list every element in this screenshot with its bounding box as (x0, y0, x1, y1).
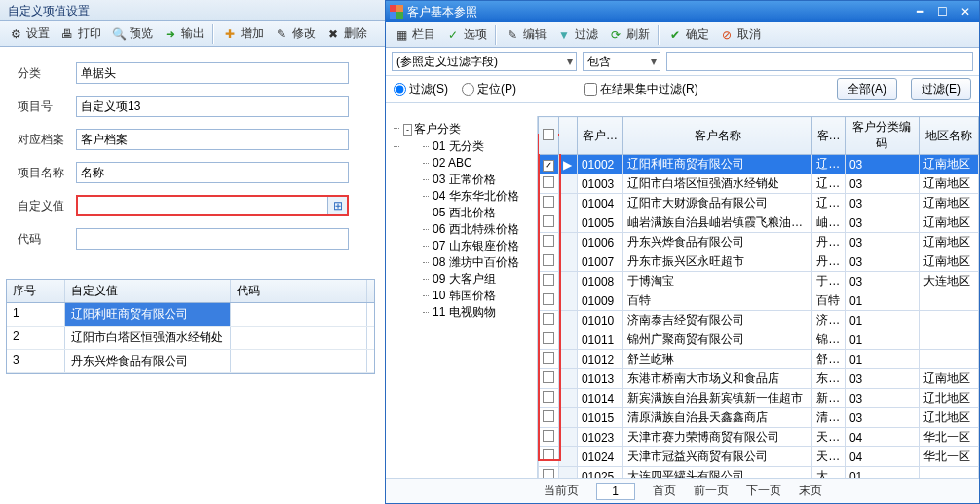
grid-cell-code: 01012 (577, 350, 622, 369)
grid-row[interactable]: 01011锦州广聚商贸有限公司锦…01 (539, 330, 979, 350)
grid-h-name[interactable]: 客户名称 (622, 117, 811, 155)
export-button[interactable]: ➜输出 (159, 23, 208, 44)
tree-item[interactable]: 01 无分类 (403, 138, 535, 155)
grid-row[interactable]: ▶01002辽阳利旺商贸有限公司辽…03辽南地区 (539, 155, 979, 174)
grid-cell-chk[interactable] (539, 194, 559, 213)
print-label: 打印 (78, 25, 101, 42)
mini-table-row[interactable]: 3丹东兴烨食品有限公司 (7, 350, 374, 373)
grid-cell-chk[interactable] (539, 408, 559, 428)
grid-cell-chk[interactable] (539, 311, 559, 330)
radio-locate[interactable]: 定位(P) (462, 81, 516, 97)
grid-cell-chk[interactable] (539, 272, 559, 291)
grid-row[interactable]: 01014新宾满族自治县新宾镇新一佳超市新…03辽北地区 (539, 389, 979, 408)
tree-item[interactable]: 03 正常价格 (403, 172, 535, 188)
all-button[interactable]: 全部(A) (837, 78, 897, 100)
grid-row[interactable]: 01007丹东市振兴区永旺超市丹…03辽南地区 (539, 252, 979, 272)
grid-row[interactable]: 01012舒兰屹琳舒…01 (539, 350, 979, 369)
tree-item[interactable]: 04 华东华北价格 (403, 188, 535, 205)
grid-row[interactable]: 01006丹东兴烨食品有限公司丹…03辽南地区 (539, 233, 979, 252)
grid-cell-chk[interactable] (539, 369, 559, 389)
column-button[interactable]: ▦栏目 (390, 24, 439, 45)
filter-field-combo[interactable]: (参照定义过滤字段) (392, 52, 577, 71)
code-input[interactable] (76, 228, 349, 250)
edit-button[interactable]: ✎编辑 (501, 24, 550, 45)
mini-table-row[interactable]: 2辽阳市白塔区恒强酒水经销处 (7, 327, 374, 350)
refresh-button[interactable]: ⟳刷新 (604, 24, 654, 45)
grid-cell-chk[interactable] (539, 291, 559, 311)
grid-row[interactable]: 01005岫岩满族自治县岫岩镇霞飞粮油…岫…03辽南地区 (539, 213, 979, 233)
itemno-input[interactable] (76, 96, 349, 117)
filter-op-combo[interactable]: 包含 (583, 52, 660, 71)
grid-cell-chk[interactable] (539, 233, 559, 252)
grid-cell-chk[interactable] (539, 389, 559, 408)
tree-item[interactable]: 05 西北价格 (403, 205, 535, 221)
lookup-button[interactable]: ⊞ (327, 197, 347, 214)
add-button[interactable]: ✚增加 (218, 23, 268, 44)
grid-row[interactable]: 01008于博淘宝于…03大连地区 (539, 272, 979, 291)
grid-row[interactable]: 01015清原满族自治县天鑫鑫商店清…03辽北地区 (539, 408, 979, 428)
itemname-input[interactable] (76, 162, 349, 183)
tree-item[interactable]: 11 电视购物 (403, 304, 535, 321)
category-input[interactable] (76, 62, 349, 84)
grid-h-area[interactable]: 地区名称 (919, 117, 978, 155)
grid-h-c2[interactable]: 客… (812, 117, 846, 155)
minimize-button[interactable]: ━ (910, 4, 929, 19)
category-tree[interactable]: -客户分类 01 无分类02 ABC03 正常价格04 华东华北价格05 西北价… (386, 116, 538, 478)
ok-button[interactable]: ✔确定 (663, 24, 713, 45)
grid-cell-chk[interactable] (539, 467, 559, 479)
grid-cell-chk[interactable] (539, 155, 559, 174)
grid-h-cat[interactable]: 客户分类编码 (845, 117, 919, 155)
mini-table-row[interactable]: 1辽阳利旺商贸有限公司 (7, 303, 374, 327)
tree-item[interactable]: 10 韩国价格 (403, 288, 535, 304)
grid-cell-c2: 辽… (812, 194, 846, 213)
pager-next[interactable]: 下一页 (746, 483, 781, 499)
grid-h-chk[interactable] (539, 117, 559, 155)
tree-item[interactable]: 06 西北特殊价格 (403, 221, 535, 238)
settings-button[interactable]: ⚙设置 (4, 23, 54, 44)
grid-cell-chk[interactable] (539, 213, 559, 233)
grid-cell-c2: 锦… (812, 330, 846, 350)
grid-cell-rm (559, 350, 577, 369)
mt-h3: 代码 (231, 280, 367, 302)
pager-first[interactable]: 首页 (653, 483, 676, 499)
custom-input[interactable] (82, 197, 323, 214)
radio-filter[interactable]: 过滤(S) (394, 81, 448, 97)
grid-cell-chk[interactable] (539, 330, 559, 350)
archive-input[interactable] (76, 129, 349, 150)
preview-button[interactable]: 🔍预览 (107, 23, 157, 44)
tree-item[interactable]: 07 山东银座价格 (403, 238, 535, 254)
grid-row[interactable]: 01025大连四平罐头有限公司大…01 (539, 467, 979, 479)
modify-button[interactable]: ✎修改 (270, 23, 320, 44)
resultset-check[interactable]: 在结果集中过滤(R) (584, 81, 698, 97)
tree-root-node[interactable]: -客户分类 (390, 120, 535, 138)
maximize-button[interactable]: ☐ (933, 4, 953, 19)
filter-button[interactable]: ▼过滤 (552, 24, 602, 45)
option-button[interactable]: ✓选项 (441, 24, 491, 45)
grid-cell-chk[interactable] (539, 350, 559, 369)
grid-row[interactable]: 01004辽阳市大财源食品有限公司辽…03辽南地区 (539, 194, 979, 213)
tree-item[interactable]: 09 大客户组 (403, 271, 535, 288)
grid-cell-chk[interactable] (539, 447, 559, 467)
grid-row[interactable]: 01010济南泰吉经贸有限公司济…01 (539, 311, 979, 330)
grid-h-code[interactable]: 客户… (577, 117, 622, 155)
close-button[interactable]: ✕ (956, 4, 975, 19)
delete-button[interactable]: ✖删除 (321, 23, 371, 44)
grid-cell-chk[interactable] (539, 174, 559, 194)
customer-grid[interactable]: 客户… 客户名称 客… 客户分类编码 地区名称 ▶01002辽阳利旺商贸有限公司… (538, 116, 979, 478)
filter-exec-button[interactable]: 过滤(E) (911, 78, 971, 100)
tree-item[interactable]: 02 ABC (403, 155, 535, 172)
grid-row[interactable]: 01013东港市桥南大市场义和食品店东…03辽南地区 (539, 369, 979, 389)
grid-cell-chk[interactable] (539, 428, 559, 447)
print-button[interactable]: 🖶打印 (56, 23, 105, 44)
grid-row[interactable]: 01003辽阳市白塔区恒强酒水经销处辽…03辽南地区 (539, 174, 979, 194)
grid-row[interactable]: 01023天津市赛力荣博商贸有限公司天…04华北一区 (539, 428, 979, 447)
tree-item[interactable]: 08 潍坊中百价格 (403, 254, 535, 271)
grid-row[interactable]: 01009百特百特01 (539, 291, 979, 311)
cancel-button[interactable]: ⊘取消 (715, 24, 765, 45)
pager-cur-input[interactable] (596, 483, 635, 500)
grid-cell-chk[interactable] (539, 252, 559, 272)
grid-row[interactable]: 01024天津市冠益兴商贸有限公司天…04华北一区 (539, 447, 979, 467)
filter-value-input[interactable] (666, 52, 973, 71)
pager-prev[interactable]: 前一页 (694, 483, 729, 499)
pager-last[interactable]: 末页 (799, 483, 822, 499)
